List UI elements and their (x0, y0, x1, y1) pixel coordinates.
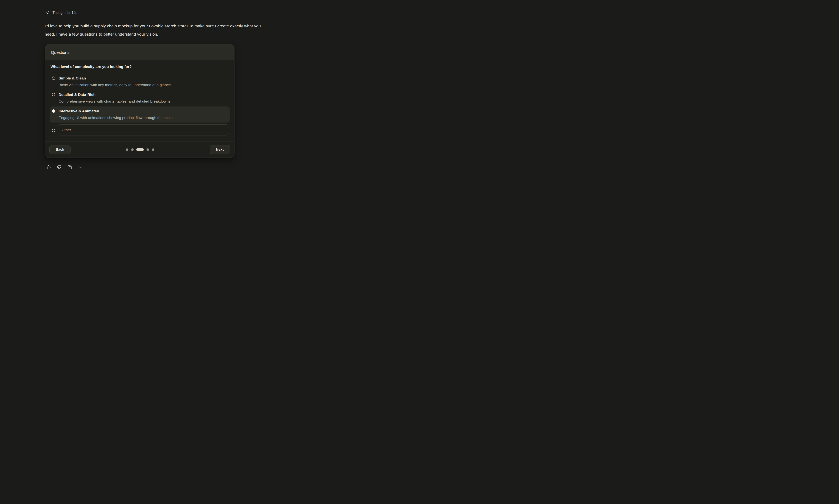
pagination-dot-3-active (136, 148, 144, 151)
lightbulb-icon (46, 11, 50, 15)
option-label: Interactive & Animated (58, 109, 173, 114)
card-header: Questions (45, 44, 234, 60)
next-button[interactable]: Next (210, 145, 230, 154)
copy-button[interactable] (68, 165, 72, 169)
card-title: Questions (51, 50, 70, 55)
thinking-summary-label: Thought for 14s (52, 11, 77, 15)
other-input[interactable] (58, 125, 229, 136)
copy-icon (68, 165, 72, 169)
radio-button-selected[interactable] (52, 109, 55, 113)
card-footer: Back Next (45, 142, 234, 158)
assistant-message: I'd love to help you build a supply chai… (45, 22, 272, 38)
pagination-dot-5 (152, 148, 154, 151)
questions-card: Questions What level of complexity are y… (45, 44, 234, 158)
thumbs-up-button[interactable] (47, 165, 51, 169)
option-label: Detailed & Data-Rich (58, 92, 171, 97)
thinking-summary[interactable]: Thought for 14s (46, 11, 77, 15)
option-interactive-animated[interactable]: Interactive & Animated Engaging UI with … (50, 107, 230, 123)
pagination-dot-1 (126, 148, 128, 151)
pagination-dot-2 (131, 148, 134, 151)
more-options-button[interactable] (78, 165, 83, 169)
radio-button[interactable] (52, 129, 55, 132)
option-label: Simple & Clean (58, 76, 171, 81)
option-description: Basic visualization with key metrics, ea… (58, 83, 171, 88)
thumbs-down-icon (57, 165, 61, 169)
ellipsis-icon (78, 165, 83, 169)
thumbs-up-icon (47, 165, 51, 169)
chat-page: Thought for 14s I'd love to help you bui… (0, 0, 307, 184)
back-button[interactable]: Back (49, 145, 71, 154)
option-description: Comprehensive views with charts, tables,… (58, 99, 171, 104)
option-other[interactable] (50, 125, 230, 136)
pagination-dot-4 (146, 148, 149, 151)
radio-button[interactable] (52, 93, 55, 96)
message-actions (47, 165, 83, 169)
option-detailed-data-rich[interactable]: Detailed & Data-Rich Comprehensive views… (50, 90, 230, 106)
thumbs-down-button[interactable] (57, 165, 61, 169)
option-simple-clean[interactable]: Simple & Clean Basic visualization with … (50, 74, 230, 90)
radio-button[interactable] (52, 76, 55, 80)
option-description: Engaging UI with animations showing prod… (58, 115, 173, 120)
card-body: What level of complexity are you looking… (45, 60, 234, 136)
pagination-dots (126, 148, 154, 151)
question-text: What level of complexity are you looking… (51, 64, 230, 69)
